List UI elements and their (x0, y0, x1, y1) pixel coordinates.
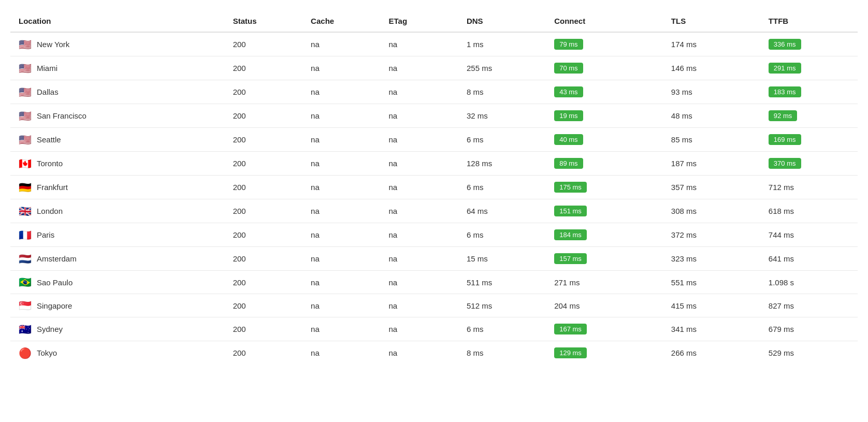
tls-cell: 85 ms (663, 128, 760, 152)
location-cell: 🇺🇸Dallas (10, 80, 225, 104)
table-row: 🇧🇷Sao Paulo200nana511 ms271 ms551 ms1.09… (10, 271, 858, 294)
cache-cell: na (302, 317, 380, 341)
ttfb-cell: 291 ms (760, 56, 858, 80)
cache-cell: na (302, 152, 380, 176)
connect-cell: 79 ms (546, 32, 663, 56)
connect-badge: 175 ms (554, 182, 587, 193)
connect-badge: 89 ms (554, 158, 583, 169)
tls-cell: 415 ms (663, 294, 760, 317)
ttfb-badge: 183 ms (769, 86, 801, 97)
location-name: Tokyo (37, 348, 57, 357)
location-cell: 🇺🇸Seattle (10, 128, 225, 152)
status-cell: 200 (225, 294, 302, 317)
tls-cell: 341 ms (663, 317, 760, 341)
location-cell: 🇸🇬Singapore (10, 294, 225, 317)
flag-icon: 🇺🇸 (19, 135, 32, 145)
connect-badge: 19 ms (554, 110, 583, 121)
flag-icon: 🇬🇧 (19, 206, 32, 216)
table-row: 🇦🇺Sydney200nana6 ms167 ms341 ms679 ms (10, 317, 858, 341)
location-cell: 🇫🇷Paris (10, 223, 225, 247)
connect-cell: 89 ms (546, 152, 663, 176)
location-name: Miami (37, 64, 57, 72)
table-row: 🇬🇧London200nana64 ms151 ms308 ms618 ms (10, 199, 858, 223)
header-cache: Cache (302, 10, 380, 32)
cache-cell: na (302, 176, 380, 199)
tls-cell: 308 ms (663, 199, 760, 223)
etag-cell: na (381, 271, 458, 294)
header-dns: DNS (458, 10, 546, 32)
flag-icon: 🇨🇦 (19, 158, 32, 169)
cache-cell: na (302, 271, 380, 294)
table-row: 🔴Tokyo200nana8 ms129 ms266 ms529 ms (10, 341, 858, 365)
tls-cell: 551 ms (663, 271, 760, 294)
location-name: London (37, 207, 63, 215)
flag-icon: 🇩🇪 (19, 182, 32, 193)
tls-cell: 174 ms (663, 32, 760, 56)
ttfb-cell: 744 ms (760, 223, 858, 247)
cache-cell: na (302, 32, 380, 56)
tls-cell: 93 ms (663, 80, 760, 104)
tls-cell: 146 ms (663, 56, 760, 80)
location-name: Sydney (37, 325, 63, 333)
location-cell: 🇦🇺Sydney (10, 317, 225, 341)
status-cell: 200 (225, 80, 302, 104)
ttfb-cell: 1.098 s (760, 271, 858, 294)
flag-icon: 🇸🇬 (19, 300, 32, 311)
connect-badge: 184 ms (554, 229, 587, 240)
etag-cell: na (381, 32, 458, 56)
connect-badge: 70 ms (554, 63, 583, 74)
table-row: 🇺🇸New York200nana1 ms79 ms174 ms336 ms (10, 32, 858, 56)
header-connect: Connect (546, 10, 663, 32)
table-row: 🇺🇸Dallas200nana8 ms43 ms93 ms183 ms (10, 80, 858, 104)
connect-cell: 184 ms (546, 223, 663, 247)
location-cell: 🇺🇸San Francisco (10, 104, 225, 128)
cache-cell: na (302, 341, 380, 365)
connect-cell: 40 ms (546, 128, 663, 152)
location-name: New York (37, 40, 69, 49)
etag-cell: na (381, 80, 458, 104)
tls-cell: 357 ms (663, 176, 760, 199)
status-cell: 200 (225, 341, 302, 365)
cache-cell: na (302, 80, 380, 104)
status-cell: 200 (225, 56, 302, 80)
location-cell: 🇺🇸Miami (10, 56, 225, 80)
status-cell: 200 (225, 128, 302, 152)
ttfb-cell: 679 ms (760, 317, 858, 341)
ttfb-cell: 370 ms (760, 152, 858, 176)
status-cell: 200 (225, 104, 302, 128)
ttfb-badge: 92 ms (769, 110, 797, 121)
location-cell: 🇩🇪Frankfurt (10, 176, 225, 199)
location-name: San Francisco (37, 111, 86, 120)
ttfb-badge: 370 ms (769, 158, 801, 169)
location-name: Paris (37, 230, 54, 239)
table-row: 🇺🇸Miami200nana255 ms70 ms146 ms291 ms (10, 56, 858, 80)
etag-cell: na (381, 104, 458, 128)
performance-table: Location Status Cache ETag DNS Connect T… (10, 10, 858, 365)
flag-icon: 🇺🇸 (19, 87, 32, 97)
location-cell: 🔴Tokyo (10, 341, 225, 365)
flag-icon: 🔴 (19, 348, 32, 358)
ttfb-badge: 336 ms (769, 39, 801, 50)
cache-cell: na (302, 199, 380, 223)
location-name: Sao Paulo (37, 278, 73, 287)
dns-cell: 32 ms (458, 104, 546, 128)
ttfb-cell: 169 ms (760, 128, 858, 152)
tls-cell: 187 ms (663, 152, 760, 176)
location-cell: 🇺🇸New York (10, 32, 225, 56)
header-location: Location (10, 10, 225, 32)
table-row: 🇨🇦Toronto200nana128 ms89 ms187 ms370 ms (10, 152, 858, 176)
table-row: 🇺🇸San Francisco200nana32 ms19 ms48 ms92 … (10, 104, 858, 128)
flag-icon: 🇧🇷 (19, 277, 32, 287)
header-etag: ETag (381, 10, 458, 32)
status-cell: 200 (225, 176, 302, 199)
dns-cell: 64 ms (458, 199, 546, 223)
ttfb-cell: 827 ms (760, 294, 858, 317)
connect-badge: 157 ms (554, 253, 587, 264)
tls-cell: 266 ms (663, 341, 760, 365)
etag-cell: na (381, 152, 458, 176)
dns-cell: 512 ms (458, 294, 546, 317)
etag-cell: na (381, 317, 458, 341)
dns-cell: 6 ms (458, 128, 546, 152)
connect-cell: 204 ms (546, 294, 663, 317)
connect-cell: 175 ms (546, 176, 663, 199)
